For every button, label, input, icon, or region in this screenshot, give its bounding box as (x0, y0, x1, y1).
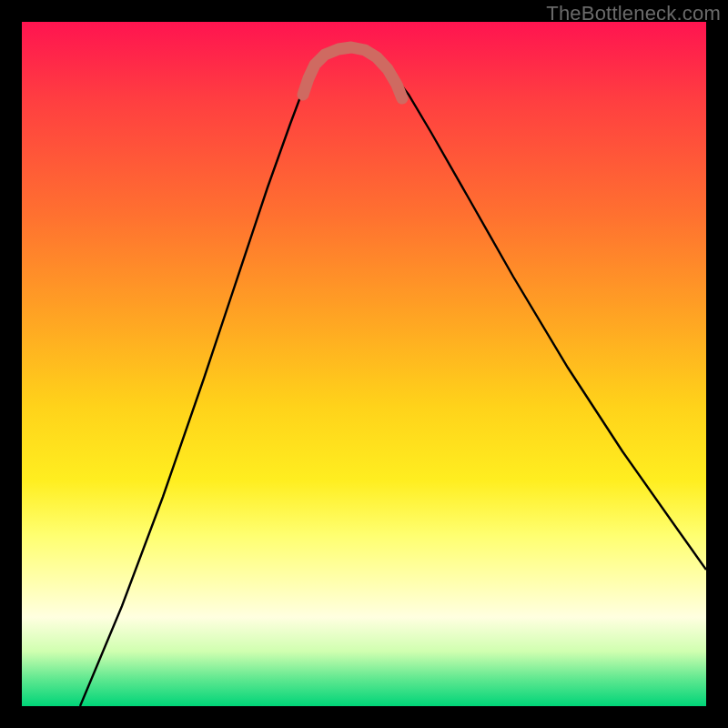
chart-area (22, 22, 706, 706)
highlight-band (303, 47, 402, 98)
bottleneck-curve (80, 48, 706, 706)
watermark-text: TheBottleneck.com (546, 2, 721, 25)
chart-svg (22, 22, 706, 706)
